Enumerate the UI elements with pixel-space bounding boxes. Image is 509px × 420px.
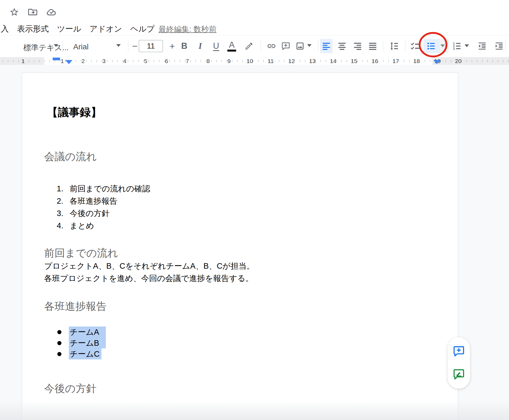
ruler-number: 12 (288, 58, 295, 64)
heading-future-policy[interactable]: 今後の方針 (44, 382, 97, 396)
numbered-list-button[interactable]: 123 (451, 39, 463, 53)
bulleted-list-dropdown-icon[interactable] (440, 44, 445, 47)
outdent-icon (477, 41, 487, 51)
toolbar-divider (383, 40, 383, 52)
list-item-text: 各班進捗報告 (70, 195, 117, 207)
list-number: 2. (52, 195, 63, 207)
list-item-text: 前回までの流れの確認 (70, 183, 150, 195)
decrease-indent-button[interactable] (476, 39, 488, 53)
insert-image-dropdown-icon[interactable] (307, 44, 312, 47)
toolbar: 標準テキス... Arial − 11 + B I U A (0, 35, 509, 57)
toolbar-divider (261, 40, 261, 52)
numbered-list-item[interactable]: 2. 各班進捗報告 (22, 195, 458, 207)
bold-icon: B (181, 41, 187, 51)
add-comment-floating-button[interactable] (453, 345, 465, 357)
document-title[interactable]: 【議事録】 (47, 105, 102, 120)
menu-item-insert-partial[interactable]: 入 (1, 24, 9, 35)
document-canvas: 【議事録】 会議の流れ 1. 前回までの流れの確認 2. 各班進捗報告 3. 今… (0, 65, 509, 420)
align-justify-button[interactable] (366, 39, 379, 53)
heading-meeting-flow[interactable]: 会議の流れ (44, 150, 97, 164)
insert-link-button[interactable] (265, 39, 278, 53)
comment-plus-icon (453, 345, 465, 357)
ruler-number: 7 (186, 58, 189, 64)
ruler-number: 4 (123, 58, 126, 64)
underline-button[interactable]: U (210, 39, 222, 53)
ruler-number: 14 (330, 58, 336, 64)
align-center-icon (338, 42, 346, 50)
ruler-number: 13 (309, 58, 315, 64)
selected-list-item-text[interactable]: チームA (69, 327, 106, 337)
list-item-text: まとめ (70, 220, 94, 232)
ruler-number: 17 (392, 58, 399, 64)
move-folder-icon[interactable] (27, 6, 39, 18)
align-left-button[interactable] (320, 39, 333, 53)
toolbar-divider (505, 40, 505, 52)
numbered-list-icon: 123 (453, 42, 461, 50)
menu-item-format[interactable]: 表示形式 (17, 24, 49, 35)
paragraph-style-dropdown-icon[interactable] (54, 44, 58, 47)
increase-indent-button[interactable] (493, 39, 505, 53)
minus-icon: − (132, 41, 138, 52)
align-left-icon (322, 42, 331, 50)
star-icon[interactable] (8, 6, 20, 18)
menu-item-help[interactable]: ヘルプ (130, 24, 155, 35)
ruler-number: 2 (81, 58, 85, 64)
italic-button[interactable]: I (194, 39, 207, 53)
heading-previous-flow[interactable]: 前回までの流れ (44, 246, 118, 260)
svg-text:3: 3 (453, 47, 455, 50)
right-indent-marker[interactable] (433, 60, 440, 64)
toolbar-divider (63, 40, 63, 52)
cloud-saved-icon[interactable] (46, 6, 58, 18)
toolbar-divider (405, 40, 405, 52)
selected-list-item-text[interactable]: チームC (69, 348, 101, 359)
suggest-edits-floating-button[interactable] (453, 368, 465, 381)
bullet-icon (57, 330, 61, 334)
first-line-indent-marker[interactable] (53, 58, 60, 60)
numbered-list-dropdown-icon[interactable] (465, 44, 469, 47)
highlight-color-button[interactable] (243, 39, 255, 53)
italic-icon: I (199, 41, 202, 51)
last-edit-link[interactable]: 最終編集: 数秒前 (159, 24, 217, 35)
checklist-button[interactable] (408, 39, 422, 53)
add-comment-button[interactable] (279, 39, 292, 53)
align-right-button[interactable] (351, 39, 364, 53)
align-center-button[interactable] (336, 39, 348, 53)
plus-icon: + (169, 41, 175, 52)
insert-image-button[interactable] (294, 39, 306, 53)
underline-icon: U (213, 41, 219, 51)
menu-item-addons[interactable]: アドオン (89, 24, 122, 35)
line-spacing-button[interactable] (388, 39, 400, 53)
line-spacing-icon (389, 41, 399, 51)
bold-button[interactable]: B (178, 39, 191, 53)
align-right-icon (353, 42, 362, 50)
bulleted-list-item[interactable]: チームA (22, 327, 458, 337)
bulleted-list-item[interactable]: チームB (22, 337, 458, 348)
text-color-icon: A (229, 41, 235, 49)
ruler-ticks (0, 60, 509, 62)
document-page[interactable]: 【議事録】 会議の流れ 1. 前回までの流れの確認 2. 各班進捗報告 3. 今… (22, 73, 458, 420)
ruler-number: 9 (227, 58, 231, 64)
menu-item-tools[interactable]: ツール (57, 24, 81, 35)
font-selector[interactable]: Arial (73, 42, 89, 51)
image-icon (295, 41, 305, 51)
numbered-list-item[interactable]: 3. 今後の方針 (22, 207, 458, 220)
current-text-color-swatch (227, 50, 236, 52)
text-color-button[interactable]: A (225, 39, 238, 53)
numbered-list-item[interactable]: 4. まとめ (22, 220, 458, 232)
comment-plus-icon (281, 41, 290, 51)
left-indent-marker[interactable] (65, 60, 72, 64)
heading-team-progress[interactable]: 各班進捗報告 (44, 299, 107, 313)
paragraph-style-selector[interactable]: 標準テキス... (23, 42, 69, 53)
ruler-number: 10 (247, 58, 253, 64)
numbered-list-item[interactable]: 1. 前回までの流れの確認 (22, 183, 458, 195)
body-paragraph-line[interactable]: プロジェクトA、B、CをそれぞれチームA、B、Cが担当。 (44, 260, 255, 271)
bulleted-list-item[interactable]: チームC (22, 348, 458, 359)
font-dropdown-icon[interactable] (116, 44, 121, 47)
font-size-input[interactable]: 11 (139, 40, 163, 52)
ruler-number: 16 (372, 58, 378, 64)
ruler-number: 18 (413, 58, 420, 64)
increase-font-size-button[interactable]: + (167, 39, 178, 53)
body-paragraph-line[interactable]: 各班プロジェクトを進め、今回の会議で進捗を報告する。 (44, 273, 253, 284)
bulleted-list-button[interactable] (425, 39, 437, 53)
selected-list-item-text[interactable]: チームB (69, 337, 106, 348)
